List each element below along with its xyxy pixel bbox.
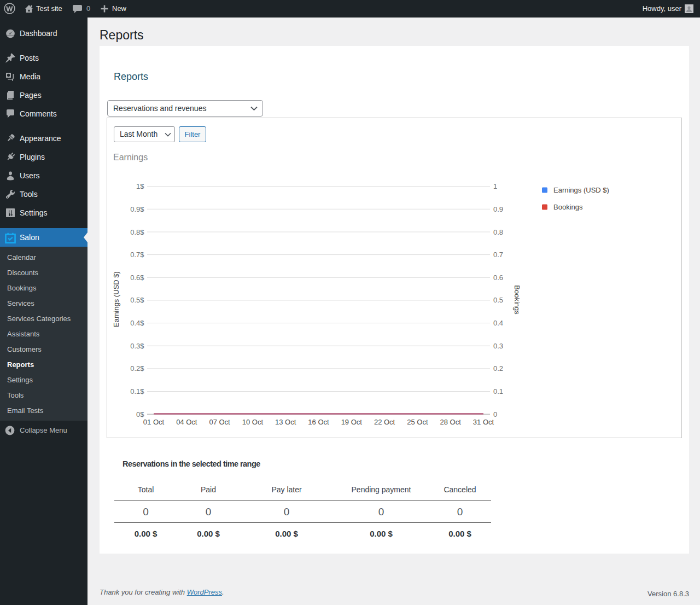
svg-text:13 Oct: 13 Oct bbox=[275, 418, 296, 426]
svg-text:0.2: 0.2 bbox=[493, 364, 503, 373]
svg-text:0.7: 0.7 bbox=[493, 251, 503, 259]
svg-text:0.6$: 0.6$ bbox=[130, 274, 144, 282]
svg-text:Earnings (USD $): Earnings (USD $) bbox=[553, 186, 609, 194]
svg-text:07 Oct: 07 Oct bbox=[209, 418, 230, 426]
svg-text:Earnings (USD $): Earnings (USD $) bbox=[112, 271, 120, 327]
svg-text:0$: 0$ bbox=[136, 410, 144, 418]
svg-text:0.3: 0.3 bbox=[493, 342, 503, 350]
svg-text:0: 0 bbox=[493, 410, 497, 418]
svg-text:0.1$: 0.1$ bbox=[130, 387, 144, 395]
svg-text:0.9: 0.9 bbox=[493, 205, 503, 213]
svg-text:Bookings: Bookings bbox=[553, 203, 583, 211]
svg-text:1$: 1$ bbox=[136, 182, 144, 190]
svg-text:0.7$: 0.7$ bbox=[130, 251, 144, 259]
svg-text:22 Oct: 22 Oct bbox=[374, 418, 395, 426]
svg-text:16 Oct: 16 Oct bbox=[308, 418, 329, 426]
svg-text:0.3$: 0.3$ bbox=[130, 342, 144, 350]
svg-text:0.2$: 0.2$ bbox=[130, 364, 144, 373]
svg-text:0.4$: 0.4$ bbox=[130, 319, 144, 327]
svg-text:0.5$: 0.5$ bbox=[130, 296, 144, 304]
svg-text:28 Oct: 28 Oct bbox=[440, 418, 462, 426]
svg-text:25 Oct: 25 Oct bbox=[407, 418, 428, 426]
svg-text:04 Oct: 04 Oct bbox=[176, 418, 197, 426]
svg-text:0.9$: 0.9$ bbox=[130, 205, 144, 213]
svg-text:0.4: 0.4 bbox=[493, 319, 503, 327]
svg-text:0.8: 0.8 bbox=[493, 228, 503, 236]
svg-text:1: 1 bbox=[493, 182, 497, 190]
svg-text:19 Oct: 19 Oct bbox=[341, 418, 363, 426]
svg-text:Bookings: Bookings bbox=[513, 285, 521, 315]
svg-text:0.5: 0.5 bbox=[493, 296, 503, 304]
svg-text:0.8$: 0.8$ bbox=[130, 228, 144, 236]
svg-text:0.6: 0.6 bbox=[493, 274, 503, 282]
svg-text:01 Oct: 01 Oct bbox=[143, 418, 165, 426]
svg-text:10 Oct: 10 Oct bbox=[242, 418, 264, 426]
svg-text:31 Oct: 31 Oct bbox=[473, 418, 494, 426]
svg-text:0.1: 0.1 bbox=[493, 387, 503, 395]
